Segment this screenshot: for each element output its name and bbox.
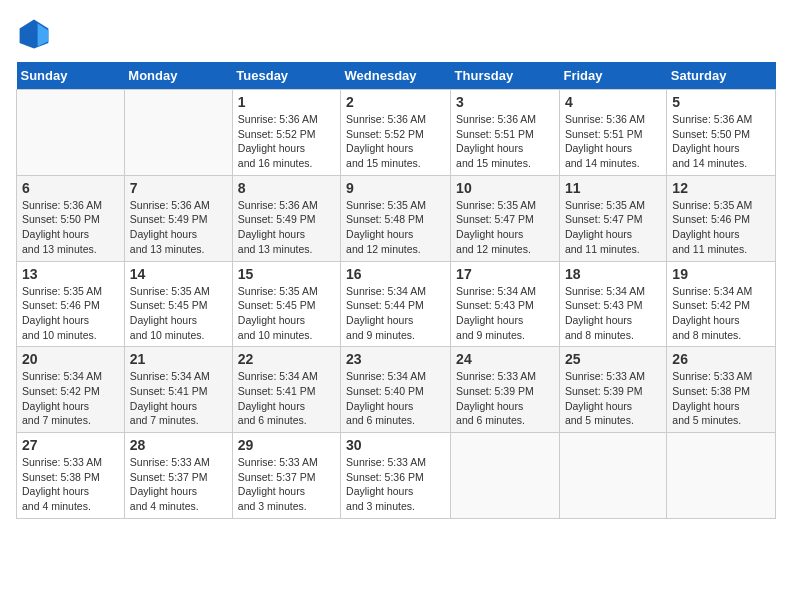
day-info: Sunrise: 5:34 AMSunset: 5:44 PMDaylight … <box>346 284 445 343</box>
day-number: 24 <box>456 351 554 367</box>
calendar-cell: 21Sunrise: 5:34 AMSunset: 5:41 PMDayligh… <box>124 347 232 433</box>
day-number: 22 <box>238 351 335 367</box>
weekday-header: Friday <box>559 62 666 90</box>
calendar-cell: 20Sunrise: 5:34 AMSunset: 5:42 PMDayligh… <box>17 347 125 433</box>
day-number: 25 <box>565 351 661 367</box>
calendar-cell: 17Sunrise: 5:34 AMSunset: 5:43 PMDayligh… <box>451 261 560 347</box>
day-number: 5 <box>672 94 770 110</box>
day-number: 28 <box>130 437 227 453</box>
calendar-cell: 2Sunrise: 5:36 AMSunset: 5:52 PMDaylight… <box>341 90 451 176</box>
day-info: Sunrise: 5:33 AMSunset: 5:37 PMDaylight … <box>130 455 227 514</box>
day-number: 14 <box>130 266 227 282</box>
logo-icon <box>16 16 52 52</box>
day-info: Sunrise: 5:36 AMSunset: 5:51 PMDaylight … <box>456 112 554 171</box>
calendar-week-row: 1Sunrise: 5:36 AMSunset: 5:52 PMDaylight… <box>17 90 776 176</box>
day-info: Sunrise: 5:36 AMSunset: 5:49 PMDaylight … <box>130 198 227 257</box>
day-info: Sunrise: 5:35 AMSunset: 5:46 PMDaylight … <box>672 198 770 257</box>
day-number: 20 <box>22 351 119 367</box>
calendar-cell: 15Sunrise: 5:35 AMSunset: 5:45 PMDayligh… <box>232 261 340 347</box>
day-info: Sunrise: 5:33 AMSunset: 5:37 PMDaylight … <box>238 455 335 514</box>
calendar-table: SundayMondayTuesdayWednesdayThursdayFrid… <box>16 62 776 519</box>
weekday-header: Saturday <box>667 62 776 90</box>
calendar-cell: 23Sunrise: 5:34 AMSunset: 5:40 PMDayligh… <box>341 347 451 433</box>
calendar-cell: 19Sunrise: 5:34 AMSunset: 5:42 PMDayligh… <box>667 261 776 347</box>
calendar-cell: 1Sunrise: 5:36 AMSunset: 5:52 PMDaylight… <box>232 90 340 176</box>
day-number: 23 <box>346 351 445 367</box>
day-number: 18 <box>565 266 661 282</box>
calendar-cell: 22Sunrise: 5:34 AMSunset: 5:41 PMDayligh… <box>232 347 340 433</box>
logo <box>16 16 56 52</box>
day-info: Sunrise: 5:35 AMSunset: 5:46 PMDaylight … <box>22 284 119 343</box>
calendar-cell: 4Sunrise: 5:36 AMSunset: 5:51 PMDaylight… <box>559 90 666 176</box>
day-number: 15 <box>238 266 335 282</box>
day-number: 17 <box>456 266 554 282</box>
calendar-cell: 5Sunrise: 5:36 AMSunset: 5:50 PMDaylight… <box>667 90 776 176</box>
calendar-cell <box>667 433 776 519</box>
calendar-cell: 24Sunrise: 5:33 AMSunset: 5:39 PMDayligh… <box>451 347 560 433</box>
day-number: 4 <box>565 94 661 110</box>
calendar-cell: 26Sunrise: 5:33 AMSunset: 5:38 PMDayligh… <box>667 347 776 433</box>
day-info: Sunrise: 5:35 AMSunset: 5:45 PMDaylight … <box>238 284 335 343</box>
day-number: 30 <box>346 437 445 453</box>
day-number: 27 <box>22 437 119 453</box>
day-info: Sunrise: 5:34 AMSunset: 5:41 PMDaylight … <box>238 369 335 428</box>
day-number: 19 <box>672 266 770 282</box>
calendar-cell: 11Sunrise: 5:35 AMSunset: 5:47 PMDayligh… <box>559 175 666 261</box>
calendar-cell <box>124 90 232 176</box>
day-info: Sunrise: 5:35 AMSunset: 5:47 PMDaylight … <box>565 198 661 257</box>
day-info: Sunrise: 5:34 AMSunset: 5:43 PMDaylight … <box>456 284 554 343</box>
day-number: 8 <box>238 180 335 196</box>
calendar-cell <box>451 433 560 519</box>
day-number: 26 <box>672 351 770 367</box>
calendar-cell: 18Sunrise: 5:34 AMSunset: 5:43 PMDayligh… <box>559 261 666 347</box>
weekday-header: Thursday <box>451 62 560 90</box>
calendar-cell: 7Sunrise: 5:36 AMSunset: 5:49 PMDaylight… <box>124 175 232 261</box>
day-number: 10 <box>456 180 554 196</box>
day-info: Sunrise: 5:34 AMSunset: 5:42 PMDaylight … <box>22 369 119 428</box>
calendar-cell: 28Sunrise: 5:33 AMSunset: 5:37 PMDayligh… <box>124 433 232 519</box>
day-info: Sunrise: 5:34 AMSunset: 5:42 PMDaylight … <box>672 284 770 343</box>
day-number: 2 <box>346 94 445 110</box>
day-info: Sunrise: 5:35 AMSunset: 5:47 PMDaylight … <box>456 198 554 257</box>
calendar-cell: 8Sunrise: 5:36 AMSunset: 5:49 PMDaylight… <box>232 175 340 261</box>
day-info: Sunrise: 5:33 AMSunset: 5:38 PMDaylight … <box>22 455 119 514</box>
day-info: Sunrise: 5:36 AMSunset: 5:52 PMDaylight … <box>346 112 445 171</box>
day-info: Sunrise: 5:33 AMSunset: 5:39 PMDaylight … <box>456 369 554 428</box>
day-number: 6 <box>22 180 119 196</box>
calendar-cell: 29Sunrise: 5:33 AMSunset: 5:37 PMDayligh… <box>232 433 340 519</box>
day-number: 12 <box>672 180 770 196</box>
calendar-week-row: 20Sunrise: 5:34 AMSunset: 5:42 PMDayligh… <box>17 347 776 433</box>
day-number: 16 <box>346 266 445 282</box>
calendar-week-row: 27Sunrise: 5:33 AMSunset: 5:38 PMDayligh… <box>17 433 776 519</box>
day-info: Sunrise: 5:35 AMSunset: 5:45 PMDaylight … <box>130 284 227 343</box>
calendar-cell: 14Sunrise: 5:35 AMSunset: 5:45 PMDayligh… <box>124 261 232 347</box>
weekday-header-row: SundayMondayTuesdayWednesdayThursdayFrid… <box>17 62 776 90</box>
day-info: Sunrise: 5:36 AMSunset: 5:52 PMDaylight … <box>238 112 335 171</box>
day-info: Sunrise: 5:36 AMSunset: 5:51 PMDaylight … <box>565 112 661 171</box>
weekday-header: Monday <box>124 62 232 90</box>
calendar-cell <box>17 90 125 176</box>
day-info: Sunrise: 5:33 AMSunset: 5:36 PMDaylight … <box>346 455 445 514</box>
day-info: Sunrise: 5:34 AMSunset: 5:41 PMDaylight … <box>130 369 227 428</box>
day-number: 11 <box>565 180 661 196</box>
calendar-week-row: 13Sunrise: 5:35 AMSunset: 5:46 PMDayligh… <box>17 261 776 347</box>
day-number: 3 <box>456 94 554 110</box>
day-number: 21 <box>130 351 227 367</box>
day-info: Sunrise: 5:35 AMSunset: 5:48 PMDaylight … <box>346 198 445 257</box>
weekday-header: Tuesday <box>232 62 340 90</box>
day-info: Sunrise: 5:36 AMSunset: 5:49 PMDaylight … <box>238 198 335 257</box>
day-number: 13 <box>22 266 119 282</box>
calendar-cell: 12Sunrise: 5:35 AMSunset: 5:46 PMDayligh… <box>667 175 776 261</box>
day-info: Sunrise: 5:36 AMSunset: 5:50 PMDaylight … <box>22 198 119 257</box>
calendar-week-row: 6Sunrise: 5:36 AMSunset: 5:50 PMDaylight… <box>17 175 776 261</box>
day-number: 7 <box>130 180 227 196</box>
calendar-cell: 13Sunrise: 5:35 AMSunset: 5:46 PMDayligh… <box>17 261 125 347</box>
day-info: Sunrise: 5:34 AMSunset: 5:40 PMDaylight … <box>346 369 445 428</box>
calendar-cell: 30Sunrise: 5:33 AMSunset: 5:36 PMDayligh… <box>341 433 451 519</box>
calendar-cell: 27Sunrise: 5:33 AMSunset: 5:38 PMDayligh… <box>17 433 125 519</box>
calendar-cell: 16Sunrise: 5:34 AMSunset: 5:44 PMDayligh… <box>341 261 451 347</box>
day-number: 1 <box>238 94 335 110</box>
page-header <box>16 16 776 52</box>
day-info: Sunrise: 5:34 AMSunset: 5:43 PMDaylight … <box>565 284 661 343</box>
calendar-cell: 3Sunrise: 5:36 AMSunset: 5:51 PMDaylight… <box>451 90 560 176</box>
